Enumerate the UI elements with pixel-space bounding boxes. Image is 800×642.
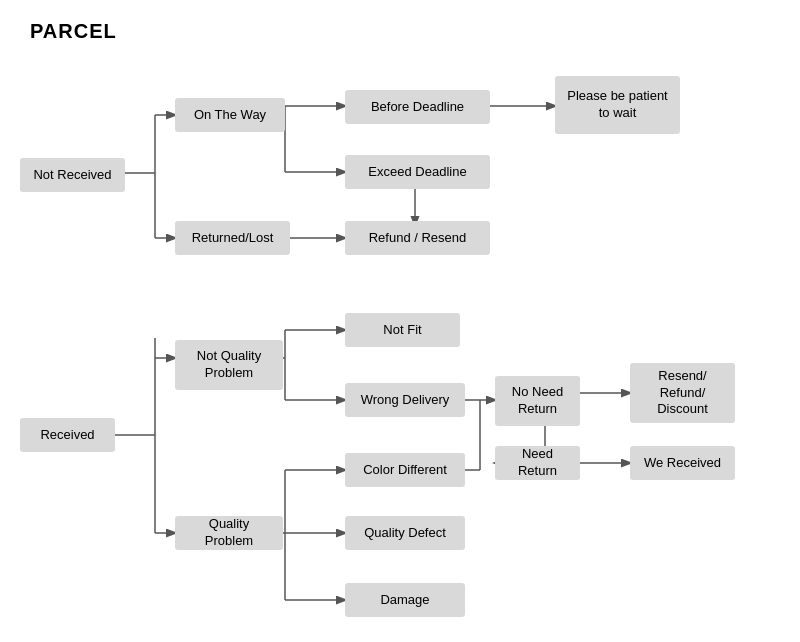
page-title: PARCEL [30,20,117,43]
exceed-deadline-node: Exceed Deadline [345,155,490,189]
please-be-patient-node: Please be patient to wait [555,76,680,134]
color-different-node: Color Different [345,453,465,487]
need-return-node: Need Return [495,446,580,480]
wrong-delivery-node: Wrong Delivery [345,383,465,417]
not-received-node: Not Received [20,158,125,192]
on-the-way-node: On The Way [175,98,285,132]
quality-defect-node: Quality Defect [345,516,465,550]
not-fit-node: Not Fit [345,313,460,347]
we-received-node: We Received [630,446,735,480]
quality-problem-node: Quality Problem [175,516,283,550]
refund-resend-node: Refund / Resend [345,221,490,255]
before-deadline-node: Before Deadline [345,90,490,124]
damage-node: Damage [345,583,465,617]
received-node: Received [20,418,115,452]
returned-lost-node: Returned/Lost [175,221,290,255]
no-need-return-node: No Need Return [495,376,580,426]
resend-refund-discount-node: Resend/ Refund/ Discount [630,363,735,423]
not-quality-problem-node: Not Quality Problem [175,340,283,390]
